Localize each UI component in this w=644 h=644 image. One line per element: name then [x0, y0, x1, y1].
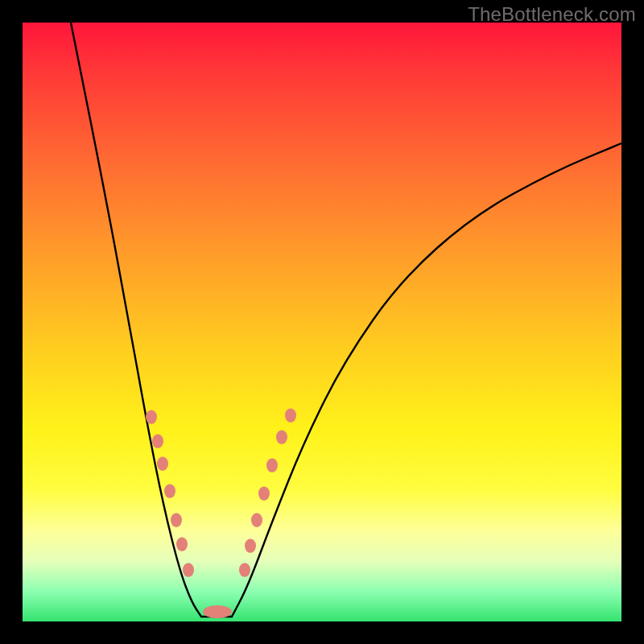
marker-dot: [285, 408, 296, 423]
marker-dot: [266, 458, 278, 473]
marker-dot: [176, 537, 188, 551]
marker-dot: [258, 486, 270, 501]
chart-svg-layer: [23, 23, 621, 621]
marker-valley-pill: [203, 605, 232, 618]
marker-dot: [152, 434, 163, 448]
marker-dot: [276, 430, 287, 444]
marker-dot: [157, 456, 168, 471]
marker-dot: [146, 410, 157, 424]
marker-dot: [251, 513, 262, 527]
chart-plot-area: [23, 23, 621, 621]
marker-dot: [171, 513, 182, 527]
marker-dot: [164, 484, 175, 498]
marker-dot: [245, 539, 256, 553]
bottleneck-curve: [71, 23, 621, 617]
marker-dot: [183, 563, 194, 577]
curve-markers: [146, 408, 296, 618]
marker-dot: [239, 563, 250, 577]
